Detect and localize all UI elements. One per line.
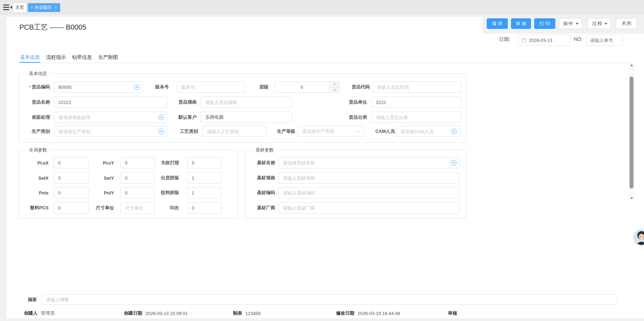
customer-label: 默认客户	[167, 112, 197, 123]
version-field	[177, 81, 245, 93]
no-field[interactable]	[586, 35, 623, 46]
scroll-up-icon[interactable]	[629, 63, 634, 68]
print-times-input[interactable]	[187, 202, 222, 214]
prod-grade-label: 生产等级	[266, 126, 295, 137]
cam-person-label: CAM人员	[364, 126, 395, 137]
add-circle-icon[interactable]: +	[451, 160, 456, 166]
accept-input[interactable]	[187, 157, 222, 168]
feed-panel-label: 投料拼版	[155, 187, 179, 198]
cam-person-field: +	[396, 126, 460, 137]
pcsy-input[interactable]	[120, 157, 155, 168]
group-basic-info: 基本信息 *货品编码 + 版本号 层级 货品代码	[18, 73, 466, 143]
scroll-down-icon[interactable]	[629, 196, 634, 201]
ship-panel-label: 出货拼版	[155, 172, 179, 184]
tab-home[interactable]: 主页	[13, 3, 26, 12]
print-button[interactable]: 打印	[534, 18, 555, 29]
vertical-scrollbar[interactable]	[629, 63, 634, 201]
add-circle-icon[interactable]: +	[158, 129, 164, 134]
save-button[interactable]: 保存	[487, 18, 508, 29]
operate-dropdown-button[interactable]: 操作	[559, 18, 582, 29]
layer-field	[274, 81, 340, 93]
customer-input[interactable]	[201, 112, 292, 123]
operate-label: 操作	[563, 20, 574, 27]
pcsy-label: PcsY	[89, 157, 114, 168]
close-button[interactable]: 关闭	[616, 18, 637, 29]
goods-name-label: 货品名称	[19, 97, 50, 108]
tabulate-label: 制表	[233, 310, 242, 316]
assistant-avatar[interactable]	[634, 229, 644, 245]
goods-spec-label: 货品规格	[167, 97, 197, 108]
sety-input[interactable]	[120, 172, 155, 184]
page-title: PCB工艺 —— B0005	[19, 23, 86, 32]
creator-label: 创建人	[24, 310, 38, 316]
tab-drill-info[interactable]: 钻带信息	[71, 54, 93, 63]
whole-pcs-input[interactable]	[53, 202, 89, 214]
version-input[interactable]	[177, 81, 245, 93]
toolbar: 保存 审核 打印 操作 过程 关闭	[482, 17, 644, 33]
scrollbar-thumb[interactable]	[630, 76, 633, 189]
pnlx-label: Pnlx	[19, 187, 49, 198]
material-name-input[interactable]	[278, 157, 460, 168]
goods-unit-field	[371, 97, 462, 108]
add-circle-icon[interactable]: +	[134, 84, 140, 90]
date-field[interactable]	[518, 35, 570, 46]
craft-type-input[interactable]	[202, 126, 266, 137]
whole-pcs-label: 整料PCS	[19, 202, 49, 214]
setx-input[interactable]	[53, 172, 89, 184]
goods-code-field: +	[54, 81, 143, 93]
tab-basic-info[interactable]: 基本信息	[19, 54, 40, 63]
no-input[interactable]	[590, 38, 619, 43]
material-code-input[interactable]	[278, 187, 460, 198]
goods-id-input[interactable]	[372, 81, 462, 93]
prod-type-input[interactable]	[54, 126, 167, 137]
summary-label: 摘要	[20, 297, 37, 303]
close-tab-icon[interactable]: ×	[55, 5, 57, 10]
audit-label: 审核	[448, 310, 457, 316]
process-dropdown-button[interactable]: 过程	[588, 18, 611, 29]
pcsx-input[interactable]	[53, 157, 89, 168]
goods-code-input[interactable]	[54, 81, 143, 93]
tab-prod-figure[interactable]: 生产附图	[97, 54, 119, 63]
audit-button[interactable]: 审核	[511, 18, 531, 29]
print-times-label: 印次	[155, 202, 179, 214]
pnlx-input[interactable]	[53, 187, 89, 198]
material-code-label: 基材编码	[245, 187, 275, 198]
material-vendor-label: 基材厂商	[245, 202, 275, 214]
goods-class-label: 货品分类	[292, 112, 367, 123]
add-circle-icon[interactable]: +	[451, 129, 457, 134]
cam-person-input[interactable]	[396, 126, 460, 137]
spinner-up-icon[interactable]	[329, 82, 340, 87]
spinner-down-icon[interactable]	[329, 87, 340, 93]
goods-class-input[interactable]	[371, 112, 462, 123]
chevron-down-icon	[356, 129, 360, 132]
accept-label: 允收打报	[155, 157, 179, 168]
caret-down-icon	[605, 23, 607, 25]
menu-fold-icon[interactable]	[3, 4, 12, 11]
prod-grade-select[interactable]: 请选择生产等级	[298, 126, 364, 137]
group-material-params: 基材参数 基材名称 + 基材规格 基材编码 基材厂商	[245, 150, 466, 218]
goods-spec-input[interactable]	[201, 97, 292, 108]
feed-panel-input[interactable]	[187, 187, 222, 198]
customer-field	[201, 112, 292, 123]
surface-label: 表面处理	[19, 112, 50, 123]
summary-input[interactable]	[42, 294, 618, 305]
group-basic-legend: 基本信息	[26, 70, 50, 77]
date-input[interactable]	[529, 38, 567, 43]
material-vendor-field	[278, 202, 460, 214]
goods-unit-input[interactable]	[371, 97, 462, 108]
tab-flow-guide[interactable]: 流程指示	[45, 54, 67, 63]
material-name-field: +	[278, 157, 460, 168]
goods-unit-label: 货品单位	[292, 97, 367, 108]
ship-panel-input[interactable]	[187, 172, 222, 184]
add-circle-icon[interactable]: +	[158, 115, 164, 120]
number-spinner	[329, 82, 340, 92]
tab-job-instruction[interactable]: ● 作业指示 ×	[28, 3, 60, 12]
material-vendor-input[interactable]	[278, 202, 460, 214]
material-spec-input[interactable]	[278, 172, 460, 184]
date-label: 日期:	[493, 36, 510, 43]
size-unit-input[interactable]	[120, 202, 155, 214]
pnly-label: PnlY	[89, 187, 114, 198]
surface-input[interactable]	[54, 112, 167, 123]
goods-name-input[interactable]	[54, 97, 167, 108]
pnly-input[interactable]	[120, 187, 155, 198]
